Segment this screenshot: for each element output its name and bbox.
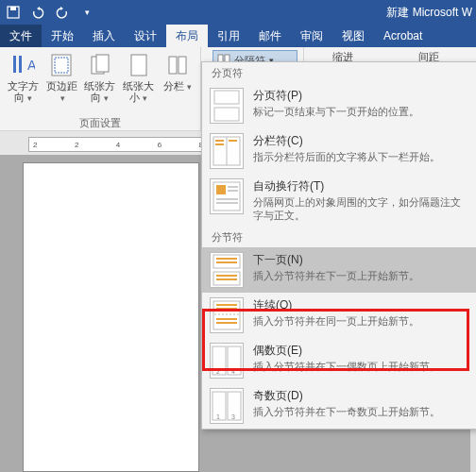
columns-button[interactable]: 分栏	[160, 50, 195, 104]
continuous-title: 连续(O)	[253, 297, 469, 313]
tab-acrobat[interactable]: Acrobat	[374, 25, 432, 47]
orientation-label: 纸张方向	[83, 80, 118, 104]
svg-text:2: 2	[216, 368, 220, 375]
margins-button[interactable]: 页边距	[44, 50, 79, 104]
svg-rect-15	[214, 108, 239, 121]
svg-rect-29	[216, 261, 237, 263]
svg-rect-11	[178, 57, 186, 74]
text-direction-icon: A	[9, 52, 36, 78]
continuous-icon	[210, 297, 244, 333]
svg-text:4: 4	[231, 368, 235, 375]
page-break-desc: 标记一页结束与下一页开始的位置。	[253, 105, 469, 118]
columns-icon	[164, 52, 191, 78]
size-label: 纸张大小	[121, 80, 156, 104]
window-title: 新建 Microsoft W	[386, 5, 472, 21]
document-page[interactable]	[23, 162, 199, 472]
text-wrap-icon	[210, 178, 244, 214]
tab-design[interactable]: 设计	[125, 25, 166, 47]
svg-rect-18	[215, 140, 224, 142]
next-page-desc: 插入分节符并在下一页上开始新节。	[253, 269, 469, 282]
svg-text:A: A	[27, 58, 35, 73]
text-direction-label: 文字方向	[6, 80, 41, 104]
even-page-break-item[interactable]: 24 偶数页(E) 插入分节符并在下一偶数页上开始新节。	[202, 338, 476, 383]
undo-icon[interactable]	[28, 3, 47, 22]
margins-label: 页边距	[44, 80, 79, 104]
page-break-item[interactable]: 分页符(P) 标记一页结束与下一页开始的位置。	[202, 83, 476, 128]
text-wrap-break-item[interactable]: 自动换行符(T) 分隔网页上的对象周围的文字，如分隔题注文字与正文。	[202, 174, 476, 227]
text-wrap-title: 自动换行符(T)	[253, 178, 469, 194]
margins-icon	[48, 52, 75, 78]
svg-text:3: 3	[231, 413, 235, 420]
tab-insert[interactable]: 插入	[83, 25, 125, 47]
ribbon-tabs: 文件 开始 插入 设计 布局 引用 邮件 审阅 视图 Acrobat	[0, 25, 476, 47]
svg-rect-23	[228, 186, 238, 188]
save-icon[interactable]	[4, 3, 23, 22]
svg-rect-38	[216, 322, 237, 324]
svg-rect-28	[216, 258, 237, 260]
svg-rect-37	[216, 318, 237, 320]
continuous-break-item[interactable]: 连续(O) 插入分节符并在同一页上开始新节。	[202, 293, 476, 338]
page-break-title: 分页符(P)	[253, 88, 469, 104]
even-page-title: 偶数页(E)	[253, 343, 469, 359]
svg-rect-20	[229, 140, 237, 142]
continuous-desc: 插入分节符并在同一页上开始新节。	[253, 314, 469, 328]
column-break-desc: 指示分栏符后面的文字将从下一栏开始。	[253, 150, 469, 163]
odd-page-title: 奇数页(D)	[253, 388, 469, 404]
odd-page-desc: 插入分节符并在下一奇数页上开始新节。	[253, 405, 469, 418]
tab-file[interactable]: 文件	[0, 25, 42, 47]
svg-rect-2	[13, 56, 16, 73]
svg-rect-3	[19, 56, 22, 73]
odd-page-icon: 13	[210, 388, 244, 424]
qat-dropdown-icon[interactable]: ▾	[77, 3, 96, 22]
svg-rect-24	[228, 190, 238, 192]
even-page-desc: 插入分节符并在下一偶数页上开始新节。	[253, 360, 469, 373]
tab-layout[interactable]: 布局	[166, 25, 208, 47]
column-break-icon	[210, 133, 244, 169]
text-wrap-desc: 分隔网页上的对象周围的文字，如分隔题注文字与正文。	[253, 195, 469, 222]
svg-rect-10	[169, 57, 177, 74]
svg-rect-26	[216, 202, 238, 204]
page-breaks-section-header: 分页符	[202, 62, 476, 83]
page-break-icon	[210, 88, 244, 124]
horizontal-ruler[interactable]: 2 2 4 6 8	[28, 137, 208, 152]
svg-rect-22	[216, 185, 226, 194]
quick-access-toolbar: ▾	[4, 3, 96, 22]
svg-rect-8	[96, 55, 109, 72]
title-bar: ▾ 新建 Microsoft W	[0, 0, 476, 25]
columns-label: 分栏	[163, 80, 192, 93]
tab-home[interactable]: 开始	[42, 25, 83, 47]
orientation-icon	[87, 52, 113, 78]
svg-rect-9	[131, 55, 146, 76]
tab-references[interactable]: 引用	[208, 25, 249, 47]
size-button[interactable]: 纸张大小	[121, 50, 156, 104]
size-icon	[126, 52, 152, 78]
svg-text:1: 1	[216, 413, 220, 420]
odd-page-break-item[interactable]: 13 奇数页(D) 插入分节符并在下一奇数页上开始新节。	[202, 383, 476, 429]
svg-rect-1	[10, 7, 16, 10]
column-break-item[interactable]: 分栏符(C) 指示分栏符后面的文字将从下一栏开始。	[202, 128, 476, 174]
orientation-button[interactable]: 纸张方向	[83, 50, 118, 104]
svg-rect-25	[216, 198, 238, 200]
page-setup-group-label: 页面设置	[0, 116, 200, 130]
svg-rect-19	[215, 143, 224, 145]
text-direction-button[interactable]: A 文字方向	[6, 50, 41, 104]
next-page-break-item[interactable]: 下一页(N) 插入分节符并在下一页上开始新节。	[202, 247, 476, 293]
even-page-icon: 24	[210, 343, 244, 379]
svg-rect-35	[216, 308, 237, 310]
tab-view[interactable]: 视图	[332, 25, 374, 47]
column-break-title: 分栏符(C)	[253, 133, 469, 149]
svg-rect-32	[216, 278, 237, 280]
section-breaks-header: 分节符	[202, 227, 476, 247]
tab-review[interactable]: 审阅	[291, 25, 332, 47]
svg-rect-34	[216, 304, 237, 306]
svg-rect-31	[216, 275, 237, 277]
breaks-dropdown: 分页符 分页符(P) 标记一页结束与下一页开始的位置。 分栏符(C) 指示分栏符…	[201, 61, 476, 430]
redo-icon[interactable]	[53, 3, 72, 22]
svg-rect-14	[214, 91, 239, 104]
tab-mailings[interactable]: 邮件	[249, 25, 291, 47]
next-page-title: 下一页(N)	[253, 252, 469, 268]
next-page-icon	[210, 252, 244, 288]
